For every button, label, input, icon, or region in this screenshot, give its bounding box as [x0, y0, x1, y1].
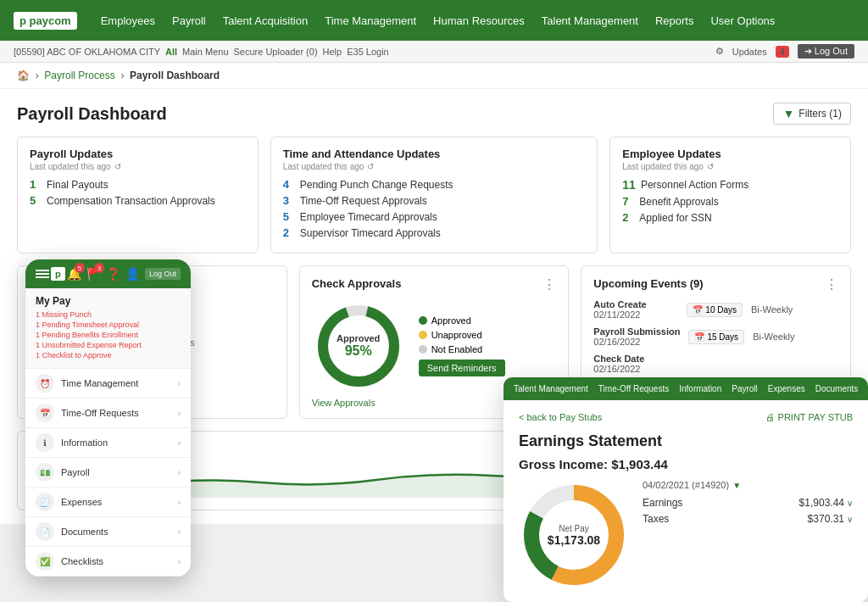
main-menu-link[interactable]: Main Menu — [182, 47, 228, 57]
approved-pct: 95% — [337, 343, 380, 359]
gear-icon[interactable]: ⚙ — [715, 46, 724, 57]
sub-nav-right: ⚙ Updates 4 ➔ Log Out — [715, 44, 854, 59]
mobile-pay-section: My Pay 1 Missing Punch 1 Pending Timeshe… — [25, 288, 191, 369]
payroll-item-1[interactable]: 1 Final Payouts — [30, 178, 246, 191]
upcoming-events-header: Upcoming Events (9) ⋮ — [593, 276, 838, 293]
ta-item-1[interactable]: 4Pending Punch Change Requests — [283, 178, 586, 191]
mobile-menu-documents[interactable]: 📄 Documents › — [25, 517, 191, 547]
check-approvals-title: Check Approvals — [312, 277, 402, 290]
mobile-menu-payroll[interactable]: 💵 Payroll › — [25, 458, 191, 488]
eu-item-3[interactable]: 2Applied for SSN — [622, 211, 838, 224]
earnings-nav-documents[interactable]: Documents — [815, 384, 859, 393]
nav-time-management[interactable]: Time Management — [325, 14, 416, 27]
payroll-updates-title: Payroll Updates — [30, 148, 246, 160]
upcoming-events-menu[interactable]: ⋮ — [825, 276, 838, 293]
chevron-right-icon: › — [178, 379, 181, 388]
eu-item-1[interactable]: 11Personnel Action Forms — [622, 178, 838, 192]
print-pay-stub-button[interactable]: 🖨 PRINT PAY STUB — [765, 412, 853, 422]
time-attendance-subtitle: Last updated this ago ↺ — [283, 162, 586, 171]
check-approvals-menu[interactable]: ⋮ — [542, 276, 556, 293]
mobile-menu-checklists[interactable]: ✅ Checklists › — [25, 547, 191, 577]
event-1-name: Auto Create — [593, 299, 678, 309]
nav-talent-acquisition[interactable]: Talent Acquisition — [223, 14, 308, 27]
user-icon[interactable]: 👤 — [125, 267, 140, 281]
earnings-statement-card: Talent Management Time-Off Requests Info… — [504, 377, 868, 602]
chevron-right-icon-2: › — [178, 409, 181, 418]
event-1-date: 02/11/2022 — [593, 309, 678, 320]
nav-human-resources[interactable]: Human Resources — [433, 14, 525, 27]
mobile-alert-3[interactable]: 1 Pending Benefits Enrollment — [36, 331, 181, 339]
event-1-freq: Bi-Weekly — [751, 304, 793, 315]
my-pay-title: My Pay — [36, 295, 181, 307]
event-2-days: 📅 15 Days — [688, 330, 744, 344]
clock-icon: ⏰ — [36, 374, 54, 393]
taxes-expand-icon: ∨ — [847, 515, 853, 524]
payroll-item-2[interactable]: 5 Compensation Transaction Approvals — [30, 194, 246, 207]
chevron-right-icon-6: › — [178, 527, 181, 537]
e35-login-link[interactable]: E35 Login — [347, 47, 389, 57]
mobile-menu-information[interactable]: ℹ Information › — [25, 428, 191, 458]
mobile-header-icons: 🔔 5 🚩 3 ❓ 👤 Log Out — [67, 266, 181, 281]
event-row-1: Auto Create 02/11/2022 📅 10 Days Bi-Week… — [593, 299, 838, 320]
page-title: Payroll Dashboard — [17, 104, 167, 124]
mobile-alert-4[interactable]: 1 Unsubmitted Expense Report — [36, 341, 181, 349]
logout-button[interactable]: ➔ Log Out — [798, 44, 854, 59]
document-icon: 📄 — [36, 522, 54, 541]
mobile-menu-expenses[interactable]: 🧾 Expenses › — [25, 488, 191, 517]
chevron-right-icon-7: › — [178, 557, 181, 566]
mobile-alert-2[interactable]: 1 Pending Timesheet Approval — [36, 321, 181, 329]
net-pay-center: Net Pay $1,173.08 — [548, 524, 600, 547]
earnings-donut: Net Pay $1,173.08 — [519, 480, 629, 590]
pay-period[interactable]: 04/02/2021 (#14920) ▼ — [643, 480, 853, 490]
mobile-logout-button[interactable]: Log Out — [145, 268, 181, 280]
approved-label: Approved — [337, 333, 380, 343]
earnings-nav-timeoff[interactable]: Time-Off Requests — [598, 384, 669, 393]
ta-item-3[interactable]: 5Employee Timecard Approvals — [283, 210, 586, 223]
sub-navigation: [05590] ABC OF OKLAHOMA CITY All Main Me… — [0, 41, 868, 63]
nav-employees[interactable]: Employees — [101, 14, 155, 27]
updates-label: Updates — [732, 47, 767, 57]
breadcrumb-payroll-process[interactable]: Payroll Process — [44, 70, 114, 81]
net-pay-value: $1,173.08 — [548, 533, 600, 547]
back-to-pay-stubs-link[interactable]: < back to Pay Stubs — [519, 412, 602, 422]
paycom-logo[interactable]: p paycom — [14, 12, 77, 30]
earnings-nav-talent[interactable]: Talent Management — [514, 384, 588, 393]
filter-icon: ▼ — [782, 107, 794, 120]
event-3-name: Check Date — [593, 354, 678, 364]
breadcrumb-current: Payroll Dashboard — [130, 70, 220, 81]
net-pay-label: Net Pay — [548, 524, 600, 533]
hamburger-icon[interactable] — [36, 270, 49, 278]
nav-talent-management[interactable]: Talent Management — [542, 14, 638, 27]
updates-badge[interactable]: 4 — [776, 46, 789, 58]
mobile-menu-time-management[interactable]: ⏰ Time Management › — [25, 369, 191, 399]
help-link[interactable]: Help — [323, 47, 342, 57]
earnings-right: 04/02/2021 (#14920) ▼ Earnings $1,903.44… — [643, 480, 853, 529]
earnings-nav-info[interactable]: Information — [679, 384, 721, 393]
printer-icon: 🖨 — [765, 412, 775, 422]
secure-uploader-link[interactable]: Secure Uploader (0) — [234, 47, 318, 57]
nav-payroll[interactable]: Payroll — [172, 14, 206, 27]
help-icon[interactable]: ❓ — [106, 267, 120, 281]
eu-item-2[interactable]: 7Benefit Approvals — [622, 195, 838, 208]
send-reminders-button[interactable]: Send Reminders — [419, 360, 505, 376]
all-link[interactable]: All — [165, 47, 177, 57]
nav-user-options[interactable]: User Options — [710, 14, 775, 27]
mobile-menu-timeoff[interactable]: 📅 Time-Off Requests › — [25, 399, 191, 428]
breadcrumb-home[interactable]: 🏠 — [17, 70, 30, 81]
nav-reports[interactable]: Reports — [655, 14, 694, 27]
mobile-alert-5[interactable]: 1 Checklist to Approve — [36, 351, 181, 360]
row1-cards: Payroll Updates Last updated this ago ↺ … — [17, 137, 851, 254]
earnings-nav-expenses[interactable]: Expenses — [768, 384, 805, 393]
mobile-alert-1[interactable]: 1 Missing Punch — [36, 310, 181, 319]
approved-dot — [419, 316, 427, 325]
earnings-line-taxes: Taxes $370.31 ∨ — [643, 513, 853, 525]
filters-button[interactable]: ▼ Filters (1) — [773, 103, 851, 125]
ta-item-4[interactable]: 2Supervisor Timecard Approvals — [283, 226, 586, 239]
ta-item-2[interactable]: 3Time-Off Request Approvals — [283, 194, 586, 207]
earnings-nav-payroll[interactable]: Payroll — [732, 384, 758, 393]
earnings-navigation: Talent Management Time-Off Requests Info… — [504, 377, 868, 400]
flag-badge: 3 — [94, 263, 104, 273]
event-1-days: 📅 10 Days — [687, 303, 743, 317]
calendar-icon: 📅 — [36, 404, 54, 422]
company-name: [05590] ABC OF OKLAHOMA CITY — [14, 47, 160, 57]
